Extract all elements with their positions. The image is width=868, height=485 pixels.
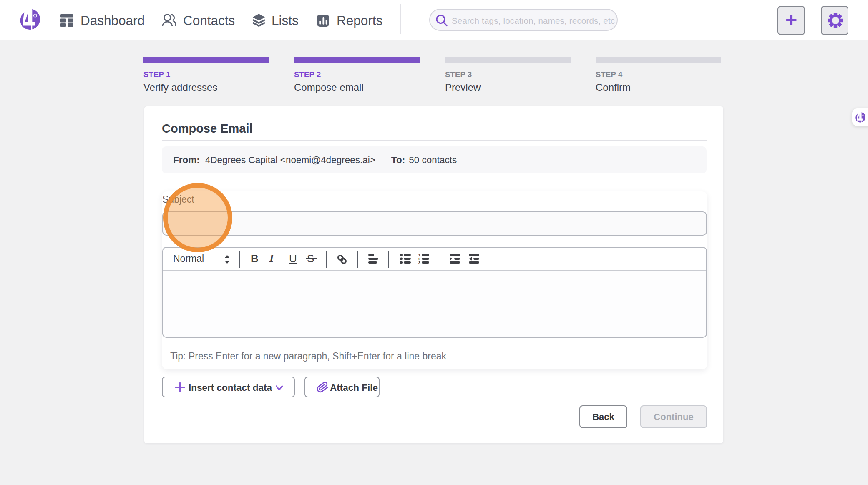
svg-text:3: 3 bbox=[418, 261, 420, 264]
